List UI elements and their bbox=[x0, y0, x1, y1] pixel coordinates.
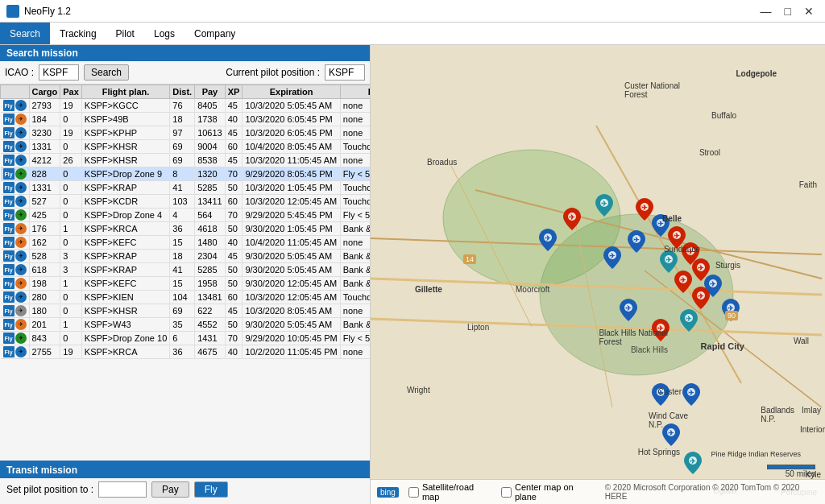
map-marker[interactable]: ✈ bbox=[595, 194, 613, 218]
cell-pax: 0 bbox=[60, 236, 82, 250]
svg-text:✈: ✈ bbox=[690, 457, 696, 465]
menubar: SearchTrackingPilotLogsCompany bbox=[0, 23, 825, 45]
map-marker[interactable]: ✈ bbox=[680, 309, 698, 333]
cell-flight_plan: KSPF>KRCA bbox=[81, 345, 169, 359]
cell-xp: 60 bbox=[225, 195, 243, 209]
map-marker[interactable]: ✈ bbox=[563, 208, 581, 232]
row-icons-cell: Fly✈ bbox=[1, 140, 30, 154]
fly-icon: Fly bbox=[3, 319, 15, 330]
fly-icon: Fly bbox=[3, 127, 15, 138]
pilot-pos-input[interactable] bbox=[98, 481, 147, 498]
map-marker[interactable]: ✈ bbox=[620, 299, 637, 323]
col-request[interactable]: Request bbox=[340, 85, 370, 99]
map-marker[interactable]: ✈ bbox=[684, 452, 702, 476]
city-faith: Faith bbox=[799, 180, 817, 189]
mission-table-container[interactable]: Cargo Pax Flight plan. Dist. Pay XP Expi… bbox=[0, 85, 370, 461]
map-marker[interactable]: ✈ bbox=[692, 287, 710, 311]
row-icons-cell: Fly✈ bbox=[1, 99, 30, 113]
table-row[interactable]: Fly✈1981KSPF>KEFC151958509/30/2020 12:05… bbox=[1, 277, 371, 291]
menu-tab-tracking[interactable]: Tracking bbox=[50, 23, 106, 44]
table-row[interactable]: Fly✈13310KSPF>KHSR6990046010/4/2020 8:05… bbox=[1, 140, 371, 154]
cell-pax: 0 bbox=[60, 332, 82, 345]
cargo-type-icon: ✈ bbox=[15, 264, 27, 275]
table-row[interactable]: Fly✈8430KSPF>Drop Zone 1061431709/29/202… bbox=[1, 332, 371, 345]
cell-expiration: 10/3/2020 1:05:45 PM bbox=[243, 181, 340, 195]
cell-xp: 45 bbox=[225, 250, 243, 263]
center-checkbox[interactable] bbox=[501, 487, 512, 498]
menu-tab-company[interactable]: Company bbox=[184, 23, 245, 44]
row-icons-cell: Fly✈ bbox=[1, 195, 30, 209]
menu-tab-search[interactable]: Search bbox=[0, 23, 50, 44]
cell-expiration: 10/3/2020 11:05:45 AM bbox=[243, 154, 340, 167]
table-row[interactable]: Fly✈1761KSPF>KRCA364618509/30/2020 1:05:… bbox=[1, 222, 371, 236]
table-row[interactable]: Fly✈1840KSPF>49B1817384010/3/2020 6:05:4… bbox=[1, 113, 371, 126]
map-marker[interactable]: ✈ bbox=[628, 230, 645, 254]
cell-dist: 69 bbox=[170, 140, 195, 154]
table-row[interactable]: Fly✈1800KSPF>KHSR696224510/3/2020 8:05:4… bbox=[1, 304, 371, 318]
svg-text:✈: ✈ bbox=[680, 276, 686, 284]
table-row[interactable]: Fly✈4250KSPF>Drop Zone 44564709/29/2020 … bbox=[1, 209, 371, 222]
table-row[interactable]: Fly✈275519KSPF>KRCA3646754010/2/2020 11:… bbox=[1, 345, 371, 359]
transit-label: Set pilot position to : bbox=[6, 484, 93, 495]
cell-cargo: 2755 bbox=[29, 345, 60, 359]
city-strool: Strool bbox=[699, 148, 720, 157]
satellite-checkbox[interactable] bbox=[408, 487, 419, 498]
col-dist[interactable]: Dist. bbox=[170, 85, 195, 99]
minimize-button[interactable]: — bbox=[756, 5, 777, 18]
fly-icon: Fly bbox=[3, 209, 15, 221]
table-row[interactable]: Fly✈1620KSPF>KEFC1514804010/4/2020 11:05… bbox=[1, 236, 371, 250]
cell-cargo: 425 bbox=[29, 209, 60, 222]
table-row[interactable]: Fly✈421226KSPF>KHSR6985384510/3/2020 11:… bbox=[1, 154, 371, 167]
table-row[interactable]: Fly✈5283KSPF>KRAP182304459/30/2020 5:05:… bbox=[1, 250, 371, 263]
cell-request: none bbox=[340, 304, 370, 318]
scale-label: 50 miles bbox=[786, 469, 815, 478]
table-row[interactable]: Fly✈323019KSPF>KPHP97106134510/3/2020 6:… bbox=[1, 126, 371, 140]
col-flightplan[interactable]: Flight plan. bbox=[81, 85, 169, 99]
cell-request: Fly < 500 ft. to the Dr. bbox=[340, 332, 370, 345]
map-marker[interactable]: ✈ bbox=[674, 271, 692, 295]
app-title: NeoFly 1.2 bbox=[24, 6, 71, 17]
col-pay[interactable]: Pay bbox=[195, 85, 226, 99]
svg-text:✈: ✈ bbox=[668, 429, 674, 437]
table-row[interactable]: Fly✈2011KSPF>W43354552509/30/2020 5:05:4… bbox=[1, 318, 371, 332]
close-button[interactable]: ✕ bbox=[799, 5, 819, 18]
cell-xp: 40 bbox=[225, 113, 243, 126]
col-expiration[interactable]: Expiration bbox=[243, 85, 340, 99]
search-button[interactable]: Search bbox=[84, 64, 129, 81]
icao-input[interactable] bbox=[39, 64, 79, 81]
maximize-button[interactable]: □ bbox=[780, 5, 796, 18]
pay-button[interactable]: Pay bbox=[151, 481, 189, 498]
table-row[interactable]: Fly✈8280KSPF>Drop Zone 981320709/29/2020… bbox=[1, 167, 371, 181]
map-marker[interactable]: ✈ bbox=[539, 229, 557, 253]
menu-tab-pilot[interactable]: Pilot bbox=[106, 23, 144, 44]
cell-request: Bank & pitch plane < bbox=[340, 277, 370, 291]
cell-flight_plan: KSPF>KRAP bbox=[81, 263, 169, 277]
cell-request: Touchdown with VS > bbox=[340, 291, 370, 304]
cell-request: none bbox=[340, 99, 370, 113]
map-marker[interactable]: ✈ bbox=[636, 198, 653, 222]
cell-cargo: 1331 bbox=[29, 140, 60, 154]
col-pax[interactable]: Pax bbox=[60, 85, 82, 99]
table-row[interactable]: Fly✈2800KSPF>KIEN104134816010/3/2020 12:… bbox=[1, 291, 371, 304]
table-row[interactable]: Fly✈13310KSPF>KRAP4152855010/3/2020 1:05… bbox=[1, 181, 371, 195]
table-row[interactable]: Fly✈279319KSPF>KGCC7684054510/3/2020 5:0… bbox=[1, 99, 371, 113]
table-row[interactable]: Fly✈5270KSPF>KCDR103134116010/3/2020 12:… bbox=[1, 195, 371, 209]
cell-xp: 70 bbox=[225, 167, 243, 181]
cell-dist: 97 bbox=[170, 126, 195, 140]
map-marker[interactable]: ✈ bbox=[603, 246, 621, 271]
cargo-type-icon: ✈ bbox=[15, 182, 27, 193]
city-custer-forest: Custer NationalForest bbox=[624, 81, 680, 99]
fly-button[interactable]: Fly bbox=[194, 481, 228, 498]
map-marker[interactable]: ✈ bbox=[682, 383, 700, 407]
cell-dist: 8 bbox=[170, 167, 195, 181]
menu-tab-logs[interactable]: Logs bbox=[144, 23, 184, 44]
svg-text:✈: ✈ bbox=[633, 236, 640, 244]
col-cargo[interactable]: Cargo bbox=[29, 85, 60, 99]
cell-pax: 1 bbox=[60, 222, 82, 236]
col-xp[interactable]: XP bbox=[225, 85, 243, 99]
cell-dist: 36 bbox=[170, 345, 195, 359]
cell-dist: 76 bbox=[170, 99, 195, 113]
table-row[interactable]: Fly✈6183KSPF>KRAP415285509/30/2020 5:05:… bbox=[1, 263, 371, 277]
cell-expiration: 10/3/2020 5:05:45 AM bbox=[243, 99, 340, 113]
cell-dist: 15 bbox=[170, 236, 195, 250]
